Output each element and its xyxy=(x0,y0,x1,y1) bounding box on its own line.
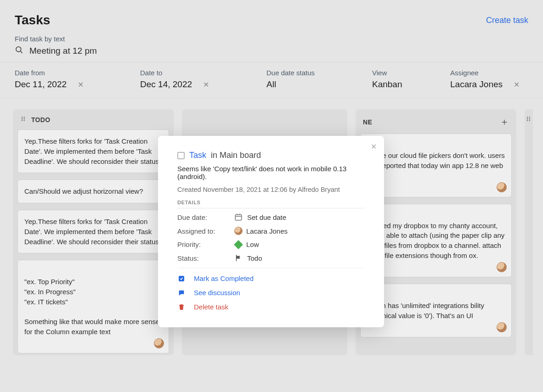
task-description: Seems like 'Copy text/link' does not wor… xyxy=(177,165,365,180)
calendar-icon[interactable] xyxy=(234,213,247,221)
kanban-column xyxy=(525,109,533,355)
mark-completed-button[interactable]: Mark as Completed xyxy=(177,274,365,282)
due-date-label: Due date: xyxy=(177,213,234,221)
svg-point-0 xyxy=(16,47,21,52)
filter-date-from[interactable]: Dec 11, 2022 xyxy=(15,79,67,90)
add-task-icon[interactable]: ＋ xyxy=(500,116,509,128)
action-label: Delete task xyxy=(194,303,228,311)
filter-date-from-label: Date from xyxy=(15,69,140,77)
task-location: in Main board xyxy=(211,151,261,160)
task-card-text: o plan has 'unlimited' integrations bili… xyxy=(367,302,484,319)
svg-point-11 xyxy=(529,117,530,118)
filter-view[interactable]: Kanban xyxy=(372,79,450,90)
assignee-avatar xyxy=(497,182,507,192)
clear-assignee-icon[interactable]: ✕ xyxy=(514,80,520,89)
svg-point-3 xyxy=(22,118,23,119)
column-title: NE xyxy=(363,118,372,126)
assigned-to-value[interactable]: Lacara Jones xyxy=(246,227,288,235)
svg-point-8 xyxy=(527,117,528,118)
create-task-link[interactable]: Create task xyxy=(486,16,528,25)
svg-point-5 xyxy=(24,117,25,118)
status-value[interactable]: Todo xyxy=(247,254,262,262)
action-label: Mark as Completed xyxy=(194,274,254,282)
check-icon xyxy=(177,275,186,282)
assignee-avatar xyxy=(497,322,507,332)
search-label: Find task by text xyxy=(15,35,528,43)
task-created-meta: Created November 18, 2021 at 12:06 by Al… xyxy=(177,186,365,193)
svg-point-7 xyxy=(24,120,25,121)
task-card[interactable]: Can/Should we adjust horizornal view? xyxy=(17,179,169,203)
svg-point-13 xyxy=(529,120,530,121)
flag-icon xyxy=(234,254,247,262)
search-icon[interactable] xyxy=(15,45,24,56)
filter-assignee[interactable]: Lacara Jones xyxy=(450,79,503,90)
svg-point-12 xyxy=(529,118,530,119)
filter-assignee-label: Assignee xyxy=(450,69,528,77)
column-title: TODO xyxy=(31,116,50,123)
assignee-avatar xyxy=(234,227,243,235)
svg-point-6 xyxy=(24,118,25,119)
task-card[interactable]: Yep.These filters forks for 'Task Creati… xyxy=(17,210,169,253)
svg-point-4 xyxy=(22,120,23,121)
trash-icon xyxy=(177,303,186,311)
chat-icon xyxy=(177,289,186,297)
priority-value[interactable]: Low xyxy=(246,241,259,248)
task-card-text: ks like our cloud file pickers don't wor… xyxy=(367,151,505,179)
clear-date-to-icon[interactable]: ✕ xyxy=(203,80,209,89)
divider xyxy=(177,208,365,208)
close-icon[interactable]: ✕ xyxy=(371,142,377,151)
details-heading: DETAILS xyxy=(177,200,365,205)
kanban-column-todo: TODO Yep.These filters forks for 'Task C… xyxy=(13,109,174,355)
task-card-text: e linked my dropbox to my chanty account… xyxy=(367,222,504,259)
priority-icon xyxy=(234,240,243,249)
filter-due-status[interactable]: All xyxy=(266,79,372,90)
filter-due-label: Due date status xyxy=(266,69,372,77)
filter-date-to-label: Date to xyxy=(140,69,266,77)
assigned-to-label: Assigned to: xyxy=(177,227,234,235)
delete-task-button[interactable]: Delete task xyxy=(177,303,365,311)
assignee-avatar xyxy=(154,338,164,348)
status-label: Status: xyxy=(177,254,234,262)
task-card-text: "ex. Top Priority" "ex. In Progress" "ex… xyxy=(24,278,159,336)
task-checkbox[interactable] xyxy=(177,152,185,159)
search-input[interactable]: Meeting at 12 pm xyxy=(29,46,97,56)
filter-date-to[interactable]: Dec 14, 2022 xyxy=(140,79,192,90)
action-label: See discussion xyxy=(194,289,240,297)
task-card[interactable]: Yep.These filters forks for 'Task Creati… xyxy=(17,129,169,173)
drag-handle-icon[interactable] xyxy=(20,116,27,124)
due-date-value[interactable]: Set due date xyxy=(247,213,286,221)
svg-point-10 xyxy=(527,120,528,121)
filter-view-label: View xyxy=(372,69,450,77)
svg-rect-14 xyxy=(235,215,242,220)
assignee-avatar xyxy=(497,262,507,272)
see-discussion-button[interactable]: See discussion xyxy=(177,289,365,297)
divider xyxy=(177,268,365,268)
task-detail-modal: ✕ Task in Main board Seems like 'Copy te… xyxy=(158,136,384,327)
svg-point-2 xyxy=(22,117,23,118)
priority-label: Priority: xyxy=(177,241,234,248)
svg-line-1 xyxy=(21,51,23,53)
svg-point-9 xyxy=(527,118,528,119)
task-card[interactable]: "ex. Top Priority" "ex. In Progress" "ex… xyxy=(17,260,169,353)
clear-date-from-icon[interactable]: ✕ xyxy=(78,80,84,89)
page-title: Tasks xyxy=(15,13,50,28)
drag-handle-icon[interactable] xyxy=(526,116,532,123)
task-link[interactable]: Task xyxy=(189,151,206,160)
